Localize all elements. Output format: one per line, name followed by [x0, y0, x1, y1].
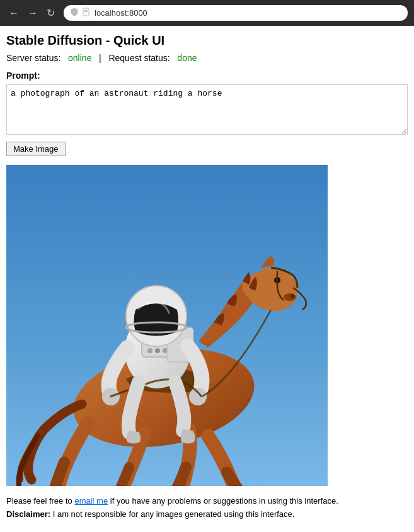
request-status-value: done: [177, 53, 197, 63]
email-link[interactable]: email me: [74, 496, 108, 506]
svg-point-7: [290, 294, 294, 298]
security-icon: [70, 8, 79, 18]
footer-text-after: if you have any problems or suggestions …: [108, 496, 338, 506]
disclaimer-label: Disclaimer:: [6, 509, 50, 519]
request-status-label: Request status:: [108, 53, 170, 63]
svg-rect-1: [84, 10, 88, 11]
forward-button[interactable]: →: [25, 7, 40, 20]
page-icon: [83, 8, 91, 18]
svg-point-21: [189, 388, 207, 405]
browser-chrome: ← → ↻ localhost:8000: [0, 0, 414, 26]
url-text: localhost:8000: [95, 8, 147, 18]
svg-rect-2: [84, 11, 88, 12]
separator: |: [99, 53, 101, 63]
footer-text: Please feel free to email me if you have…: [6, 496, 408, 506]
server-status-label: Server status:: [6, 53, 60, 63]
prompt-textarea[interactable]: a photograph of an astronaut riding a ho…: [6, 84, 408, 135]
address-bar[interactable]: localhost:8000: [64, 5, 408, 21]
make-image-button[interactable]: Make Image: [6, 142, 66, 156]
page-content: Stable Diffusion - Quick UI Server statu…: [0, 26, 414, 531]
back-button[interactable]: ←: [6, 7, 21, 20]
nav-buttons: ← → ↻: [6, 7, 57, 20]
prompt-label: Prompt:: [6, 71, 408, 81]
footer-text-before: Please feel free to: [6, 496, 74, 506]
generated-image: [6, 165, 328, 486]
generated-image-container: [6, 165, 328, 486]
svg-point-6: [284, 293, 296, 301]
status-line: Server status: online | Request status: …: [6, 53, 408, 63]
svg-point-14: [147, 348, 152, 353]
refresh-button[interactable]: ↻: [44, 7, 57, 20]
svg-rect-3: [84, 13, 86, 13]
page-title: Stable Diffusion - Quick UI: [6, 33, 408, 48]
server-status-value: online: [68, 53, 91, 63]
svg-point-15: [155, 348, 160, 353]
disclaimer: Disclaimer: I am not responsible for any…: [6, 509, 408, 519]
disclaimer-text: I am not responsible for any images gene…: [50, 509, 294, 519]
